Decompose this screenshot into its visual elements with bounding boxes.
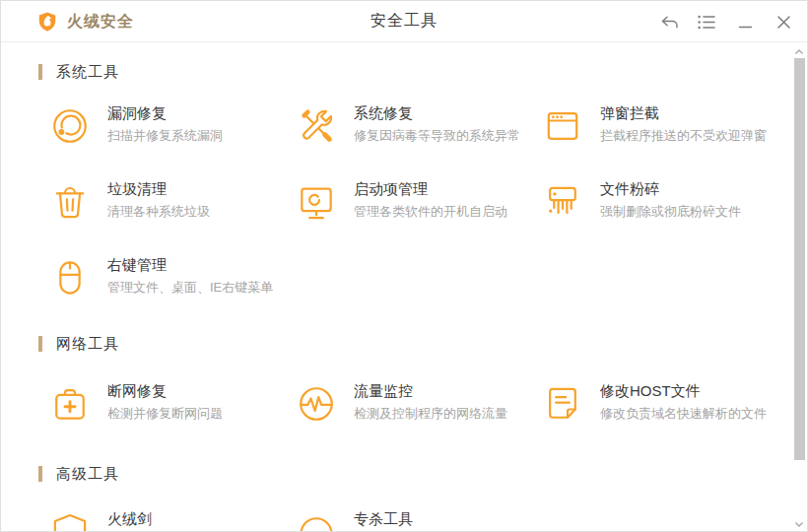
tool-title: 断网修复 xyxy=(107,382,223,400)
tool-item-huorong-sword[interactable]: 火绒剑 xyxy=(48,508,295,532)
section-label: 系统工具 xyxy=(56,63,119,82)
tool-title: 漏洞修复 xyxy=(107,104,223,122)
tool-item-system-repair[interactable]: 系统修复 修复因病毒等导致的系统异常 xyxy=(295,102,541,150)
tool-item-right-click-manager[interactable]: 右键管理 管理文件、桌面、IE右键菜单 xyxy=(48,254,295,301)
section-header-advanced-tools: 高级工具 xyxy=(38,464,807,484)
startup-manager-icon xyxy=(295,178,338,226)
tool-desc: 检测并修复断网问题 xyxy=(107,406,223,421)
tools-page: 系统工具 漏洞修复 扫描并修复系统漏洞 xyxy=(1,42,807,532)
tool-title: 文件粉碎 xyxy=(600,180,741,198)
tool-desc: 修改负责域名快速解析的文件 xyxy=(600,406,767,421)
first-aid-kit-icon xyxy=(48,380,92,428)
tool-desc: 管理各类软件的开机自启动 xyxy=(354,204,507,219)
network-tools-grid: 断网修复 检测并修复断网问题 流量监控 检测及控制程序的网络流量 xyxy=(1,380,807,428)
pulse-monitor-icon xyxy=(295,380,338,428)
minimize-icon[interactable] xyxy=(733,10,757,33)
tool-title: 垃圾清理 xyxy=(107,180,210,198)
tool-item-host-file[interactable]: 修改HOST文件 修改负责域名快速解析的文件 xyxy=(541,380,787,428)
tool-desc: 管理文件、桌面、IE右键菜单 xyxy=(107,280,273,295)
tool-item-file-shredder[interactable]: 文件粉碎 强制删除或彻底粉碎文件 xyxy=(541,178,787,226)
file-shredder-icon xyxy=(541,178,584,226)
tool-title: 弹窗拦截 xyxy=(600,104,767,122)
back-icon[interactable] xyxy=(656,10,680,33)
section-header-network-tools: 网络工具 xyxy=(38,334,807,354)
tool-item-startup-manager[interactable]: 启动项管理 管理各类软件的开机自启动 xyxy=(295,178,541,226)
scrollbar-thumb[interactable] xyxy=(794,58,805,460)
huorong-security-window: { "titlebar": { "logo_text": "火绒安全", "ti… xyxy=(0,0,808,532)
system-repair-icon xyxy=(295,102,338,150)
menu-list-icon[interactable] xyxy=(695,10,718,33)
app-logo-text: 火绒安全 xyxy=(67,12,134,33)
tool-desc: 修复因病毒等导致的系统异常 xyxy=(354,128,520,143)
tool-title: 修改HOST文件 xyxy=(600,382,767,400)
tool-item-popup-blocker[interactable]: 弹窗拦截 拦截程序推送的不受欢迎弹窗 xyxy=(541,102,787,150)
scroll-up-icon[interactable] xyxy=(793,46,805,56)
close-icon[interactable] xyxy=(772,10,795,33)
tool-title: 专杀工具 xyxy=(354,510,413,528)
host-file-icon xyxy=(541,380,584,428)
titlebar-controls xyxy=(656,1,795,42)
tool-title: 流量监控 xyxy=(354,382,507,400)
system-tools-grid: 漏洞修复 扫描并修复系统漏洞 系统修复 修复因病毒等导致的系统异常 xyxy=(1,102,807,301)
circle-tool-icon xyxy=(295,508,338,532)
scroll-down-icon[interactable] xyxy=(793,519,805,529)
section-label: 网络工具 xyxy=(56,335,119,354)
titlebar: 火绒安全 安全工具 xyxy=(1,1,807,42)
app-logo: 火绒安全 xyxy=(36,1,134,42)
tool-desc: 清理各种系统垃圾 xyxy=(107,204,210,219)
section-label: 高级工具 xyxy=(56,465,119,484)
tool-item-network-repair[interactable]: 断网修复 检测并修复断网问题 xyxy=(48,380,295,428)
tool-title: 系统修复 xyxy=(354,104,520,122)
vertical-scrollbar xyxy=(791,43,807,532)
tool-desc: 检测及控制程序的网络流量 xyxy=(354,406,507,421)
advanced-tools-grid: 火绒剑 专杀工具 xyxy=(1,508,807,532)
section-accent-bar xyxy=(38,64,42,80)
popup-blocker-icon xyxy=(541,102,584,150)
tool-title: 右键管理 xyxy=(107,256,273,274)
section-header-system-tools: 系统工具 xyxy=(38,62,807,82)
shield-flame-logo-icon xyxy=(36,11,58,33)
tool-item-vulnerability-fix[interactable]: 漏洞修复 扫描并修复系统漏洞 xyxy=(48,102,295,150)
trash-icon xyxy=(48,178,92,226)
tool-item-junk-clean[interactable]: 垃圾清理 清理各种系统垃圾 xyxy=(48,178,295,226)
shield-sword-icon xyxy=(48,508,92,532)
tool-desc: 扫描并修复系统漏洞 xyxy=(107,128,223,143)
tool-title: 火绒剑 xyxy=(107,510,152,528)
tool-item-traffic-monitor[interactable]: 流量监控 检测及控制程序的网络流量 xyxy=(295,380,541,428)
tool-desc: 强制删除或彻底粉碎文件 xyxy=(600,204,741,219)
tool-item-special-kill[interactable]: 专杀工具 xyxy=(295,508,541,532)
section-accent-bar xyxy=(38,466,42,482)
vulnerability-fix-icon xyxy=(48,102,92,150)
section-accent-bar xyxy=(38,336,42,352)
tool-title: 启动项管理 xyxy=(354,180,507,198)
tool-desc: 拦截程序推送的不受欢迎弹窗 xyxy=(600,128,767,143)
mouse-icon xyxy=(48,254,92,301)
window-title: 安全工具 xyxy=(370,11,438,32)
